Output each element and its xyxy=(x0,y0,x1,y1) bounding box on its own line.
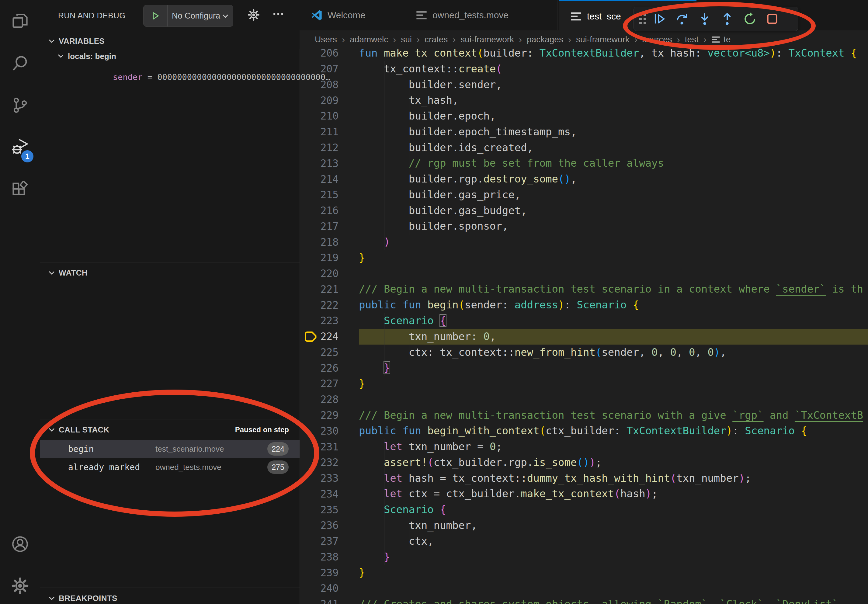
more-actions-icon[interactable] xyxy=(271,7,285,21)
line-number[interactable]: 236 xyxy=(299,519,338,531)
code-line-224[interactable]: 224 txn_number: 0, xyxy=(299,329,868,345)
debug-settings-gear-icon[interactable] xyxy=(247,9,260,21)
breakpoints-section-header[interactable]: BREAKPOINTS xyxy=(40,589,299,604)
line-number[interactable]: 223 xyxy=(299,315,338,327)
code-line-207[interactable]: 207 tx_context::create( xyxy=(299,61,868,77)
line-content[interactable]: public fun begin_with_context(ctx_builde… xyxy=(359,423,868,439)
debug-configuration-dropdown[interactable]: No Configura xyxy=(143,5,233,27)
code-line-219[interactable]: 219} xyxy=(299,250,868,266)
line-content[interactable]: } xyxy=(359,376,868,392)
activity-source-control-icon[interactable] xyxy=(0,87,40,124)
locals-scope-row[interactable]: locals: begin xyxy=(57,52,116,61)
code-line-212[interactable]: 212 builder.ids_created, xyxy=(299,140,868,156)
code-line-234[interactable]: 234 let ctx = ctx_builder.make_tx_contex… xyxy=(299,486,868,502)
code-line-230[interactable]: 230public fun begin_with_context(ctx_bui… xyxy=(299,423,868,439)
call-stack-frame-begin[interactable]: begintest_scenario.move224 xyxy=(40,440,299,458)
code-line-231[interactable]: 231 let txn_number = 0; xyxy=(299,439,868,455)
line-number[interactable]: 209 xyxy=(299,94,338,107)
breadcrumb-item[interactable]: test xyxy=(685,35,699,44)
line-content[interactable]: builder.epoch, xyxy=(359,108,868,124)
breadcrumb-item[interactable]: packages xyxy=(527,35,563,44)
activity-extensions-icon[interactable] xyxy=(0,172,40,208)
code-line-222[interactable]: 222public fun begin(sender: address): Sc… xyxy=(299,297,868,313)
line-number[interactable]: 216 xyxy=(299,205,338,217)
code-line-223[interactable]: 223 Scenario { xyxy=(299,313,868,329)
code-line-226[interactable]: 226 } xyxy=(299,360,868,376)
line-number[interactable]: 222 xyxy=(299,299,338,311)
line-content[interactable] xyxy=(359,392,868,407)
line-content[interactable]: builder.gas_price, xyxy=(359,187,868,203)
code-line-225[interactable]: 225 ctx: tx_context::new_from_hint(sende… xyxy=(299,345,868,360)
line-number[interactable]: 237 xyxy=(299,535,338,547)
breadcrumb-item[interactable]: crates xyxy=(425,35,448,44)
line-content[interactable]: /// Begin a new multi-transaction test s… xyxy=(359,407,868,423)
code-line-239[interactable]: 239} xyxy=(299,565,868,581)
code-line-221[interactable]: 221/// Begin a new multi-transaction tes… xyxy=(299,281,868,297)
call-stack-section-header[interactable]: CALL STACK Paused on step xyxy=(40,420,299,439)
code-line-216[interactable]: 216 builder.gas_budget, xyxy=(299,203,868,219)
code-line-233[interactable]: 233 let hash = tx_context::dummy_tx_hash… xyxy=(299,471,868,486)
line-number[interactable]: 213 xyxy=(299,158,338,169)
breadcrumb-item[interactable]: sui-framework xyxy=(576,35,629,44)
restart-icon[interactable] xyxy=(738,7,761,31)
line-number[interactable]: 232 xyxy=(299,457,338,468)
line-number[interactable]: 208 xyxy=(299,79,338,91)
line-content[interactable]: Scenario { xyxy=(359,313,868,329)
activity-settings-gear-icon[interactable] xyxy=(0,567,40,604)
line-number[interactable]: 206 xyxy=(299,47,338,59)
code-line-228[interactable]: 228 xyxy=(299,392,868,407)
code-line-240[interactable]: 240 xyxy=(299,581,868,596)
code-line-211[interactable]: 211 builder.epoch_timestamp_ms, xyxy=(299,124,868,140)
line-number[interactable]: 207 xyxy=(299,63,338,75)
step-into-icon[interactable] xyxy=(693,7,716,31)
step-out-icon[interactable] xyxy=(716,7,738,31)
code-line-232[interactable]: 232 assert!(ctx_builder.rgp.is_some()); xyxy=(299,455,868,471)
line-number[interactable]: 210 xyxy=(299,110,338,122)
line-content[interactable]: let hash = tx_context::dummy_tx_hash_wit… xyxy=(359,471,868,486)
line-number[interactable]: 239 xyxy=(299,567,338,579)
line-content[interactable]: Scenario { xyxy=(359,502,868,517)
line-content[interactable]: fun make_tx_context(builder: TxContextBu… xyxy=(359,45,868,61)
code-line-208[interactable]: 208 builder.sender, xyxy=(299,77,868,93)
code-line-217[interactable]: 217 builder.sponsor, xyxy=(299,218,868,234)
line-number[interactable]: 231 xyxy=(299,441,338,453)
variables-section-header[interactable]: VARIABLES xyxy=(40,32,299,51)
line-content[interactable]: } xyxy=(359,549,868,565)
line-number[interactable]: 219 xyxy=(299,252,338,264)
line-number[interactable]: 227 xyxy=(299,378,338,390)
line-content[interactable]: } xyxy=(359,360,868,376)
line-content[interactable]: builder.ids_created, xyxy=(359,140,868,156)
activity-run-debug-icon[interactable]: 1 xyxy=(0,129,40,165)
code-line-229[interactable]: 229/// Begin a new multi-transaction tes… xyxy=(299,407,868,423)
breadcrumb-item-file[interactable]: te xyxy=(711,35,730,44)
code-line-236[interactable]: 236 txn_number, xyxy=(299,517,868,533)
line-content[interactable] xyxy=(359,266,868,282)
line-content[interactable]: builder.rgp.destroy_some(), xyxy=(359,171,868,187)
line-content[interactable]: /// Begin a new multi-transaction test s… xyxy=(359,281,868,297)
line-number[interactable]: 241 xyxy=(299,598,338,604)
line-content[interactable]: tx_context::create( xyxy=(359,61,868,77)
line-content[interactable]: } xyxy=(359,565,868,581)
line-content[interactable]: builder.gas_budget, xyxy=(359,203,868,219)
line-number[interactable]: 233 xyxy=(299,472,338,484)
line-number[interactable]: 234 xyxy=(299,488,338,500)
line-number[interactable]: 225 xyxy=(299,346,338,358)
line-content[interactable]: txn_number: 0, xyxy=(359,329,868,345)
tab-owned-tests-move[interactable]: owned_tests.move xyxy=(405,0,558,30)
watch-section-header[interactable]: WATCH xyxy=(40,263,299,282)
code-line-227[interactable]: 227} xyxy=(299,376,868,392)
line-number[interactable]: 215 xyxy=(299,189,338,201)
line-number[interactable]: 240 xyxy=(299,582,338,594)
activity-explorer-icon[interactable] xyxy=(0,3,40,39)
tab-welcome[interactable]: Welcome xyxy=(299,0,405,30)
code-line-210[interactable]: 210 builder.epoch, xyxy=(299,108,868,124)
line-content[interactable]: tx_hash, xyxy=(359,93,868,108)
variable-row-sender[interactable]: sender = 0000000000000000000000000000000… xyxy=(113,73,330,82)
code-line-218[interactable]: 218 ) xyxy=(299,234,868,250)
start-debug-icon[interactable] xyxy=(144,5,167,26)
code-editor[interactable]: 206fun make_tx_context(builder: TxContex… xyxy=(299,45,868,604)
line-content[interactable]: let ctx = ctx_builder.make_tx_context(ha… xyxy=(359,486,868,502)
code-line-215[interactable]: 215 builder.gas_price, xyxy=(299,187,868,203)
line-content[interactable]: } xyxy=(359,250,868,266)
activity-account-icon[interactable] xyxy=(0,526,40,562)
